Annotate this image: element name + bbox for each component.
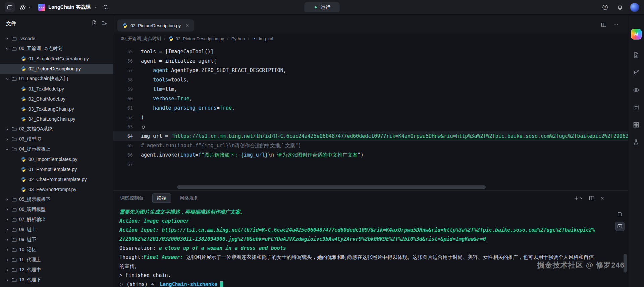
breadcrumb-item[interactable]: Python bbox=[231, 36, 245, 41]
tree-folder-item[interactable]: 02_文档QA系统 bbox=[0, 124, 113, 134]
ai-assistant-button[interactable]: AI bbox=[631, 29, 642, 40]
code-line[interactable]: 65# agent.run(input=f"{img_url}\n请创作合适的中… bbox=[113, 141, 628, 150]
lightbulb-icon[interactable] bbox=[141, 125, 146, 130]
extensions-grid-icon[interactable] bbox=[629, 116, 644, 133]
eye-icon[interactable] bbox=[629, 81, 644, 99]
new-terminal-button[interactable] bbox=[574, 196, 583, 200]
close-icon[interactable] bbox=[185, 23, 189, 27]
editor[interactable]: 55tools = [ImageCapTool()]56agent = init… bbox=[113, 44, 628, 190]
flask-icon[interactable] bbox=[629, 133, 644, 151]
line-number: 63 bbox=[113, 122, 133, 131]
code-line[interactable]: 56agent = initialize_agent( bbox=[113, 56, 628, 66]
tree-file-item[interactable]: 01_TextModel.py bbox=[0, 84, 113, 94]
code-line[interactable]: 59 llm=llm, bbox=[113, 84, 628, 94]
help-button[interactable]: ? bbox=[600, 3, 610, 12]
code-line[interactable]: 61 handle_parsing_errors=True, bbox=[113, 103, 628, 113]
tree-folder-item[interactable]: .vscode bbox=[0, 34, 113, 44]
tab-02-picturedescription[interactable]: 02_PictureDescription.py bbox=[117, 19, 194, 32]
database-icon[interactable] bbox=[629, 99, 644, 116]
file-search-icon[interactable] bbox=[629, 46, 644, 64]
tree-file-item[interactable]: 04_ChatLongChain.py bbox=[0, 114, 113, 124]
tree-folder-item[interactable]: 07_解析输出 bbox=[0, 215, 113, 225]
python-icon bbox=[21, 167, 26, 172]
code-line[interactable]: 60 verbose=True, bbox=[113, 94, 628, 103]
tree-folder-item[interactable]: 12_代理中 bbox=[0, 265, 113, 275]
close-panel-button[interactable] bbox=[600, 196, 604, 200]
run-button[interactable]: 运行 bbox=[305, 2, 340, 12]
breadcrumb-separator: / bbox=[248, 36, 249, 41]
item-label: 02_ChatPromptTemplate.py bbox=[29, 177, 87, 182]
line-number: 60 bbox=[113, 94, 133, 103]
code-text: llm=llm, bbox=[133, 84, 177, 94]
project-name: LangChain 实战课 bbox=[48, 4, 91, 10]
breadcrumb-label: 02_PictureDescription.py bbox=[176, 36, 224, 41]
breadcrumb-label: Python bbox=[231, 36, 245, 41]
tree-file-item[interactable]: 03_FewShotPrompt.py bbox=[0, 184, 113, 194]
editor-more-button[interactable] bbox=[613, 22, 619, 29]
tree-file-item[interactable]: 00_ImportTemplates.py bbox=[0, 154, 113, 164]
new-folder-button[interactable] bbox=[102, 20, 107, 27]
item-label: 09_链下 bbox=[19, 237, 36, 243]
breadcrumb-item[interactable]: img_url bbox=[252, 36, 273, 41]
tree-file-item[interactable]: 02_ChatModel.py bbox=[0, 94, 113, 104]
item-label: 04_提示模板上 bbox=[19, 146, 50, 152]
code-line[interactable]: 62) bbox=[113, 113, 628, 122]
terminal-tab-button[interactable] bbox=[615, 222, 625, 231]
tree-folder-item[interactable]: 00_开篇词_奇点时刻 bbox=[0, 44, 113, 54]
tree-file-item[interactable]: 01_PromptTemplate.py bbox=[0, 164, 113, 174]
code-text: tools = [ImageCapTool()] bbox=[133, 47, 214, 56]
folder-icon bbox=[11, 126, 17, 132]
project-badge-icon: </> bbox=[38, 4, 45, 11]
app-menu-button[interactable] bbox=[5, 2, 15, 12]
project-switcher[interactable]: </> LangChain 实战课 bbox=[38, 4, 97, 11]
file-tree: .vscode00_开篇词_奇点时刻01_SimpleTextGeneratio… bbox=[0, 32, 113, 287]
tree-file-item[interactable]: 03_TextLangChain.py bbox=[0, 104, 113, 114]
panel-tab-terminal[interactable]: 终端 bbox=[152, 193, 171, 203]
code-line[interactable]: 67 bbox=[113, 160, 628, 169]
tree-file-item[interactable]: 01_SimpleTextGeneration.py bbox=[0, 54, 113, 64]
avatar[interactable] bbox=[630, 3, 639, 12]
tree-folder-item[interactable]: 06_调用模型 bbox=[0, 205, 113, 215]
tree-folder-item[interactable]: 09_链下 bbox=[0, 235, 113, 245]
app-logo[interactable] bbox=[19, 4, 31, 11]
terminal[interactable]: 需要先为图片生成文字描述，再根据描述创作推广文案。Action: Image c… bbox=[113, 206, 628, 287]
tree-folder-item[interactable]: 10_记忆 bbox=[0, 245, 113, 255]
git-branch-icon[interactable] bbox=[629, 64, 644, 81]
tree-folder-item[interactable]: 11_代理上 bbox=[0, 255, 113, 265]
code-text: agent.invoke(input=f"图片链接如下: {img_url}\n… bbox=[133, 150, 364, 160]
terminal-prompt[interactable]: (shims) ➜ LangChain-shizhanke bbox=[119, 280, 596, 287]
tree-file-item[interactable]: 02_PictureDescription.py bbox=[0, 64, 113, 74]
code-line[interactable]: 57 agent=AgentType.ZERO_SHOT_REACT_DESCR… bbox=[113, 66, 628, 75]
code-line[interactable]: 66agent.invoke(input=f"图片链接如下: {img_url}… bbox=[113, 150, 628, 160]
notifications-button[interactable] bbox=[615, 3, 625, 12]
code-text: agent=AgentType.ZERO_SHOT_REACT_DESCRIPT… bbox=[133, 66, 286, 75]
code-link[interactable]: "https://ts1.cn.mm.bing.net/th/id/R-C.6c… bbox=[171, 133, 628, 139]
code-line[interactable]: 58 tools=tools, bbox=[113, 75, 628, 84]
tree-folder-item[interactable]: 01_LangChain快速入门 bbox=[0, 74, 113, 84]
svg-text:?: ? bbox=[604, 5, 606, 9]
terminal-output-button[interactable] bbox=[615, 210, 625, 219]
horizontal-scrollbar[interactable] bbox=[177, 185, 486, 189]
code-line[interactable]: 64img_url = "https://ts1.cn.mm.bing.net/… bbox=[113, 131, 628, 141]
tree-folder-item[interactable]: 13_代理下 bbox=[0, 275, 113, 285]
breadcrumb-item[interactable]: 02_PictureDescription.py bbox=[168, 36, 224, 41]
new-file-button[interactable] bbox=[92, 20, 97, 27]
terminal-link[interactable]: https://ts1.cn.mm.bing.net/th?id=R-C.6ca… bbox=[119, 227, 595, 242]
tree-folder-item[interactable]: 05_提示模板下 bbox=[0, 194, 113, 205]
split-terminal-button[interactable] bbox=[589, 195, 594, 201]
code-text: verbose=True, bbox=[133, 94, 193, 103]
panel-tab-debug-console[interactable]: 调试控制台 bbox=[119, 193, 144, 203]
tree-file-item[interactable]: 02_ChatPromptTemplate.py bbox=[0, 174, 113, 184]
tree-folder-item[interactable]: 04_提示模板上 bbox=[0, 144, 113, 154]
breadcrumb-item[interactable]: 00_开篇词_奇点时刻 bbox=[121, 36, 161, 42]
chevron-down-icon bbox=[94, 6, 97, 9]
editor-column: 02_PictureDescription.py 00_开篇词_奇点时刻/02_… bbox=[113, 15, 628, 287]
split-editor-button[interactable] bbox=[601, 22, 606, 29]
code-line[interactable]: 63 bbox=[113, 122, 628, 131]
help-icon: ? bbox=[602, 4, 608, 10]
panel-tab-network-service[interactable]: 网络服务 bbox=[179, 193, 199, 203]
tree-folder-item[interactable]: 03_模型IO bbox=[0, 134, 113, 144]
code-line[interactable]: 55tools = [ImageCapTool()] bbox=[113, 47, 628, 56]
tree-folder-item[interactable]: 08_链上 bbox=[0, 225, 113, 235]
search-button[interactable] bbox=[101, 3, 111, 12]
